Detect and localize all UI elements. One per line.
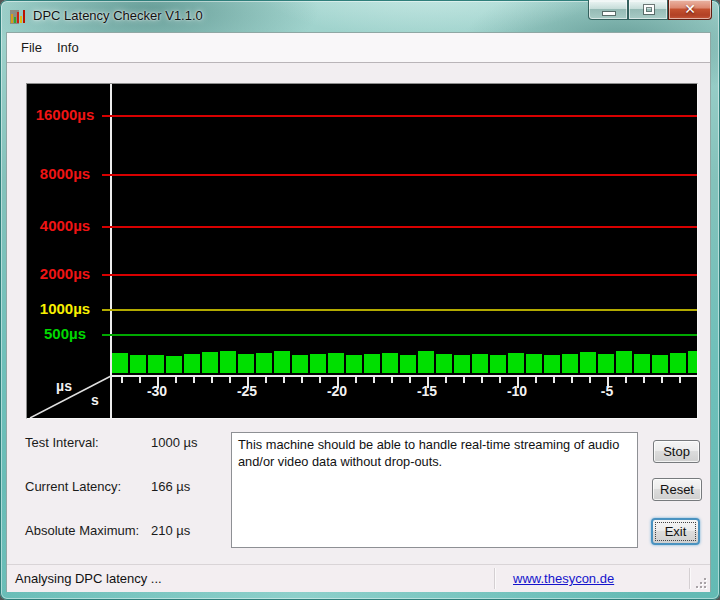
current-latency-value: 166 µs <box>151 479 190 494</box>
analysis-result-text: This machine should be able to handle re… <box>238 437 619 469</box>
menu-item-info[interactable]: Info <box>54 40 82 55</box>
threshold-label-4000: 4000µs <box>27 217 103 234</box>
x-axis-tick <box>481 377 483 383</box>
latency-bar <box>454 355 470 373</box>
maximize-icon <box>644 5 654 14</box>
x-axis-tick <box>373 377 375 383</box>
latency-bar <box>652 355 668 373</box>
test-interval-value: 1000 µs <box>151 435 198 450</box>
latency-bar <box>400 355 416 373</box>
client-area: File Info µs s 16000µs8000µs4000µs2000µs… <box>6 32 711 592</box>
x-axis-label: -20 <box>315 383 359 399</box>
latency-bar <box>382 353 398 373</box>
x-axis-tick <box>121 377 123 383</box>
minimize-icon <box>603 12 615 15</box>
latency-bar <box>238 354 254 373</box>
app-icon <box>10 8 26 24</box>
latency-bar <box>220 351 236 373</box>
x-axis-tick <box>553 377 555 383</box>
latency-bar <box>130 355 146 373</box>
x-axis-tick <box>301 377 303 383</box>
absolute-maximum-value: 210 µs <box>151 523 190 538</box>
x-axis-tick <box>463 377 465 383</box>
latency-bar <box>184 354 200 373</box>
minimize-button[interactable] <box>588 0 628 20</box>
status-bar: Analysing DPC latency ... www.thesycon.d… <box>7 564 710 592</box>
reset-button[interactable]: Reset <box>652 478 702 501</box>
x-axis-tick <box>679 377 681 383</box>
latency-bar <box>508 353 524 373</box>
app-window: DPC Latency Checker V1.1.0 ✕ File Info <box>0 0 720 600</box>
status-separator <box>689 568 690 589</box>
x-axis-tick <box>571 377 573 383</box>
latency-bar <box>310 354 326 373</box>
latency-bar <box>616 351 632 373</box>
latency-bar <box>562 354 578 373</box>
latency-bar <box>166 356 182 373</box>
absolute-maximum-label: Absolute Maximum: <box>25 523 139 538</box>
latency-bar <box>112 353 128 373</box>
x-axis-label: -25 <box>225 383 269 399</box>
threshold-label-1000: 1000µs <box>27 300 103 317</box>
threshold-line-8000 <box>102 174 697 176</box>
latency-bar <box>598 354 614 373</box>
latency-bar <box>688 351 698 373</box>
threshold-line-2000 <box>102 274 697 276</box>
status-separator <box>494 568 495 589</box>
x-axis-tick <box>391 377 393 383</box>
status-message: Analysing DPC latency ... <box>15 571 162 586</box>
latency-bar <box>472 354 488 373</box>
current-latency-label: Current Latency: <box>25 479 121 494</box>
threshold-label-500: 500µs <box>27 325 103 342</box>
close-button[interactable]: ✕ <box>668 0 712 20</box>
latency-bar <box>202 352 218 373</box>
latency-bar <box>292 355 308 373</box>
x-axis-label: -15 <box>405 383 449 399</box>
threshold-label-16000: 16000µs <box>27 106 103 123</box>
latency-bar <box>328 353 344 373</box>
latency-bar <box>490 355 506 373</box>
latency-bar <box>526 354 542 373</box>
maximize-button[interactable] <box>628 0 668 20</box>
latency-bar <box>580 352 596 373</box>
latency-bar <box>274 351 290 373</box>
y-axis-unit-label: µs <box>49 378 79 394</box>
menu-item-file[interactable]: File <box>18 40 45 55</box>
x-axis-tick <box>697 377 698 388</box>
threshold-line-4000 <box>102 226 697 228</box>
latency-bar <box>148 355 164 373</box>
latency-bar <box>256 353 272 373</box>
x-axis-label: -5 <box>585 383 629 399</box>
x-axis-label: -10 <box>495 383 539 399</box>
close-icon: ✕ <box>669 1 711 17</box>
x-axis-tick <box>661 377 663 383</box>
exit-button[interactable]: Exit <box>653 520 698 543</box>
resize-grip-icon[interactable] <box>694 576 707 589</box>
latency-bar <box>418 351 434 373</box>
latency-bar <box>436 354 452 373</box>
x-axis-tick <box>211 377 213 383</box>
exit-button-focus-ring: Exit <box>651 518 700 545</box>
threshold-line-1000 <box>102 309 697 311</box>
threshold-line-16000 <box>102 115 697 117</box>
window-title: DPC Latency Checker V1.1.0 <box>33 8 203 23</box>
x-axis-tick <box>283 377 285 383</box>
latency-bar <box>634 354 650 373</box>
latency-bar <box>364 354 380 373</box>
latency-bar <box>670 353 686 373</box>
thesycon-website-link[interactable]: www.thesycon.de <box>513 571 614 586</box>
stop-button[interactable]: Stop <box>653 440 700 463</box>
latency-bar <box>544 355 560 373</box>
threshold-label-8000: 8000µs <box>27 165 103 182</box>
latency-chart: µs s 16000µs8000µs4000µs2000µs1000µs500µ… <box>26 83 698 419</box>
menu-bar: File Info <box>7 33 710 63</box>
analysis-result-textbox[interactable]: This machine should be able to handle re… <box>231 432 638 548</box>
x-axis-label: -30 <box>135 383 179 399</box>
latency-bar <box>346 355 362 373</box>
threshold-line-500 <box>102 334 697 336</box>
titlebar[interactable]: DPC Latency Checker V1.1.0 ✕ <box>0 0 720 32</box>
test-interval-label: Test Interval: <box>25 435 99 450</box>
x-axis-tick <box>193 377 195 383</box>
x-axis-tick <box>643 377 645 383</box>
threshold-label-2000: 2000µs <box>27 265 103 282</box>
